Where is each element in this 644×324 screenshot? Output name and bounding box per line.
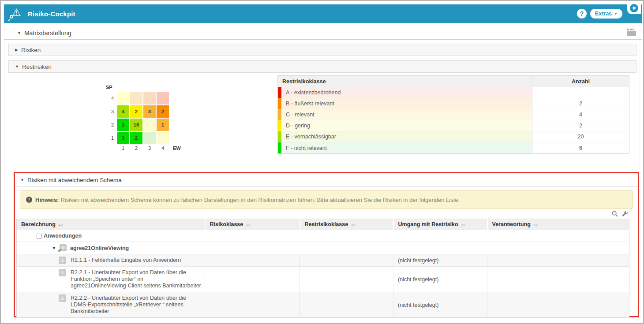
matrix-cell[interactable] xyxy=(143,119,156,131)
col-verantwortung[interactable]: Verantwortung∧∨ xyxy=(487,219,629,230)
matrix-cell[interactable]: 16 xyxy=(130,119,142,131)
section-risiken[interactable]: ▶ Risiken xyxy=(8,44,637,56)
risk-name-cell: ⚠R2.2.2 - Unerlaubter Export von Daten ü… xyxy=(17,292,205,318)
restrisiko-count: 2 xyxy=(532,98,629,109)
restrisiko-class-label: C - relevant xyxy=(281,109,532,120)
risk-warning-icon: ⚠ xyxy=(59,294,66,302)
class-color-strip xyxy=(278,120,281,131)
risk-row[interactable]: ⚠R2.1.1 - Fehlerhafte Eingabe von Anwend… xyxy=(17,254,629,267)
matrix-col-label: 4 xyxy=(157,145,169,151)
subgroup-cell: ▼✔agree21OnlineViewing xyxy=(17,242,629,254)
risk-row[interactable]: ⚠R2.2.1 - Unerlaubter Export von Daten ü… xyxy=(17,267,629,292)
class-color-strip xyxy=(278,131,281,142)
matrix-x-axis: 1234EW xyxy=(117,145,181,151)
collapse-arrow-icon: ▼ xyxy=(17,31,21,35)
umgang-cell: (nicht festgelegt) xyxy=(393,292,487,318)
section-schema[interactable]: ▼ Risiken mit abweichendem Schema xyxy=(15,173,638,187)
umgang-cell: (nicht festgelegt) xyxy=(393,254,487,267)
close-tab: ✖ xyxy=(627,2,641,14)
wrench-icon[interactable] xyxy=(622,211,628,217)
matrix-cell[interactable]: 3 xyxy=(117,132,129,144)
matrix-cell[interactable] xyxy=(157,132,169,144)
matrix-row-label: 3 xyxy=(106,109,114,114)
restrisiko-row: C - relevant4 xyxy=(278,109,629,120)
restrisiko-row: E - vernachlässigbar20 xyxy=(278,131,629,142)
matrix-cell[interactable] xyxy=(143,92,156,104)
group-cell: Anwendungen xyxy=(17,230,629,242)
matrix-row: 132 xyxy=(106,132,181,144)
matrix-row-label: 1 xyxy=(106,135,114,141)
risk-name-cell: ⚠R2.1.1 - Fehlerhafte Eingabe von Anwend… xyxy=(17,254,205,267)
col-restrisikoklasse: Restrisikoklasse xyxy=(278,76,532,87)
matrix-cell[interactable] xyxy=(117,92,129,104)
matrix-cell[interactable]: 2 xyxy=(130,105,142,118)
risk-magnifier-icon: ⚠ xyxy=(10,8,23,19)
col-risikoklasse[interactable]: Risikoklasse∧∨ xyxy=(205,219,300,230)
sort-icons: ▲∨ xyxy=(58,223,63,227)
verantwortung-cell xyxy=(487,267,629,292)
restrisikoklasse-cell xyxy=(300,254,393,267)
restrisiko-row: A - existenzbedrohend xyxy=(278,87,629,98)
section-schema-label: Risiken mit abweichendem Schema xyxy=(27,177,122,183)
restrisikoklasse-cell xyxy=(300,292,393,318)
matrix-cell[interactable] xyxy=(157,92,169,104)
matrix-col-label: 3 xyxy=(143,145,156,151)
matrix-cell[interactable]: 2 xyxy=(157,105,169,118)
risiko-cockpit-window: ⚠ Risiko-Cockpit ? Extras ▼ ✖ ▼ Matrixda… xyxy=(0,0,644,324)
sort-icons: ∧∨ xyxy=(351,223,355,227)
application-checked-icon: ✔ xyxy=(60,244,67,251)
risikoklasse-cell xyxy=(205,267,300,292)
schema-table-header-row: Bezeichnung▲∨ Risikoklasse∧∨ Restrisikok… xyxy=(17,219,629,230)
restrisiko-class-label: A - existenzbedrohend xyxy=(281,87,532,98)
group-label: Anwendungen xyxy=(44,233,82,239)
section-matrixdarstellung-label: Matrixdarstellung xyxy=(24,30,71,37)
risikoklasse-cell xyxy=(205,292,300,318)
section-matrixdarstellung[interactable]: ▼ Matrixdarstellung xyxy=(4,26,642,40)
restrisiko-count: 2 xyxy=(532,120,629,131)
col-bezeichnung[interactable]: Bezeichnung▲∨ xyxy=(17,219,205,230)
restrisiko-row: D - gering2 xyxy=(278,120,629,131)
schema-risk-table: Bezeichnung▲∨ Risikoklasse∧∨ Restrisikok… xyxy=(16,219,629,318)
risikoklasse-cell xyxy=(205,254,300,267)
section-risiken-label: Risiken xyxy=(21,47,41,53)
sort-icons: ∧∨ xyxy=(246,223,250,227)
collapse-arrow-icon[interactable]: ▼ xyxy=(52,246,56,250)
risk-matrix: SP 43423221161132 1234EW xyxy=(106,85,181,151)
class-color-strip xyxy=(278,87,281,98)
risk-row[interactable]: ⚠R2.2.2 - Unerlaubter Export von Daten ü… xyxy=(17,292,629,318)
page-title: Risiko-Cockpit xyxy=(28,10,75,18)
risk-name-text: R2.1.1 - Fehlerhafte Eingabe von Anwende… xyxy=(71,257,181,264)
restrisiko-table-body: A - existenzbedrohendB - äußerst relevan… xyxy=(278,87,629,153)
restrisiko-table: Restrisikoklasse Anzahl A - existenzbedr… xyxy=(277,75,629,154)
collapse-arrow-icon: ▼ xyxy=(20,178,24,182)
table-view-icon[interactable] xyxy=(627,29,636,37)
group-row[interactable]: Anwendungen xyxy=(17,230,629,242)
matrix-cell[interactable]: 2 xyxy=(130,132,142,144)
titlebar: ⚠ Risiko-Cockpit ? Extras ▼ xyxy=(4,4,642,23)
matrix-cell[interactable] xyxy=(130,92,142,104)
matrix-cell[interactable] xyxy=(143,132,156,144)
matrix-cell[interactable]: 1 xyxy=(157,119,169,131)
restrisiko-count: 20 xyxy=(532,131,629,142)
subgroup-row[interactable]: ▼✔agree21OnlineViewing xyxy=(17,242,629,254)
titlebar-actions: ? Extras ▼ xyxy=(577,9,636,19)
matrix-cell[interactable]: 3 xyxy=(143,105,156,118)
help-button[interactable]: ? xyxy=(577,9,587,19)
extras-label: Extras xyxy=(595,11,612,17)
schema-section-highlight: ▼ Risiken mit abweichendem Schema ! Hinw… xyxy=(14,172,639,317)
restrisiko-table-header: Restrisikoklasse Anzahl xyxy=(278,76,629,87)
restrisikoklasse-cell xyxy=(300,267,393,292)
col-restrisikoklasse[interactable]: Restrisikoklasse∧∨ xyxy=(300,219,393,230)
section-restrisiken[interactable]: ▼ Restrisiken xyxy=(8,60,637,73)
collapse-minus-icon[interactable] xyxy=(37,234,41,238)
hint-label: Hinweis: xyxy=(35,197,59,203)
close-button[interactable]: ✖ xyxy=(630,4,638,12)
restrisiko-row: F - nicht relevant6 xyxy=(278,142,629,153)
expand-arrow-icon: ▶ xyxy=(15,48,18,52)
extras-button[interactable]: Extras ▼ xyxy=(590,9,622,19)
matrix-cell[interactable]: 4 xyxy=(117,105,129,118)
matrix-cell[interactable]: 1 xyxy=(117,119,129,131)
restrisiko-count xyxy=(532,87,629,98)
search-icon[interactable] xyxy=(612,211,618,217)
col-umgang[interactable]: Umgang mit Restrisiko∧∨ xyxy=(393,219,487,230)
